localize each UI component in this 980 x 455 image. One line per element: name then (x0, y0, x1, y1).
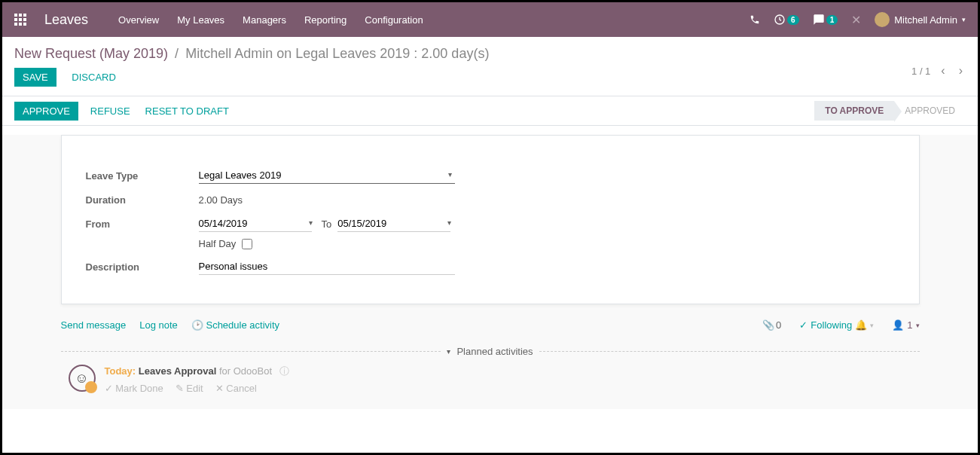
phone-icon[interactable] (750, 14, 760, 25)
check-icon: ✓ (799, 319, 808, 331)
nav-managers[interactable]: Managers (243, 14, 286, 26)
chatter: Send message Log note 🕑 Schedule activit… (61, 312, 920, 409)
duration-value: 2.00 Days (199, 192, 455, 208)
label-duration: Duration (86, 194, 199, 206)
status-stages: TO APPROVE APPROVED (814, 101, 966, 121)
top-navbar: Leaves Overview My Leaves Managers Repor… (2, 2, 978, 37)
approve-button[interactable]: APPROVE (14, 102, 78, 121)
stage-to-approve[interactable]: TO APPROVE (814, 101, 894, 121)
close-icon[interactable]: ✕ (851, 13, 861, 27)
log-note-button[interactable]: Log note (139, 319, 178, 331)
user-icon: 👤 (892, 319, 904, 331)
followers-button[interactable]: 👤 1 ▾ (892, 319, 919, 331)
activity-today: Today: (105, 365, 136, 377)
nav-configuration[interactable]: Configuration (365, 14, 423, 26)
chevron-down-icon: ▾ (916, 322, 920, 329)
discuss-icon[interactable]: 1 (813, 14, 838, 26)
description-input[interactable] (199, 258, 455, 275)
half-day-checkbox[interactable] (242, 239, 252, 249)
nav-links: Overview My Leaves Managers Reporting Co… (118, 14, 423, 26)
form-background: Leave Type Duration 2.00 Days From To Ha… (2, 135, 978, 409)
pager-prev-icon[interactable]: ‹ (938, 64, 948, 78)
reset-to-draft-button[interactable]: RESET TO DRAFT (138, 102, 237, 121)
edit-activity-button[interactable]: ✎ Edit (176, 383, 203, 394)
breadcrumb: New Request (May 2019) / Mitchell Admin … (14, 46, 489, 62)
label-to: To (322, 218, 332, 230)
activity-sub-icon (85, 381, 97, 393)
pager: 1 / 1 ‹ › (911, 64, 966, 78)
activity-title: Leaves Approval (139, 365, 217, 377)
from-date-input[interactable] (199, 215, 312, 232)
leave-type-input[interactable] (199, 167, 455, 184)
bell-icon: 🔔 (855, 319, 867, 331)
stage-approved[interactable]: APPROVED (894, 101, 966, 121)
status-bar: APPROVE REFUSE RESET TO DRAFT TO APPROVE… (2, 96, 978, 126)
attachments-button[interactable]: 📎 0 (762, 319, 781, 331)
info-icon[interactable]: ⓘ (279, 365, 289, 377)
planned-activities-header[interactable]: ▾ Planned activities (61, 346, 920, 357)
chevron-down-icon: ▾ (962, 16, 966, 23)
activity-face-icon: ☺ (69, 365, 96, 392)
mark-done-button[interactable]: ✓ Mark Done (105, 383, 163, 394)
label-leave-type: Leave Type (86, 170, 199, 182)
send-message-button[interactable]: Send message (61, 319, 127, 331)
apps-icon[interactable] (14, 14, 26, 26)
to-date-input[interactable] (337, 215, 450, 232)
discard-button[interactable]: DISCARD (63, 68, 124, 87)
cancel-activity-button[interactable]: ✕ Cancel (215, 383, 257, 394)
activity-for: for OdooBot (219, 365, 272, 377)
nav-right: 6 1 ✕ Mitchell Admin ▾ (750, 12, 966, 27)
paperclip-icon: 📎 (762, 319, 774, 331)
pager-next-icon[interactable]: › (956, 64, 966, 78)
breadcrumb-parent[interactable]: New Request (May 2019) (14, 46, 168, 61)
label-description: Description (86, 261, 199, 273)
form-sheet: Leave Type Duration 2.00 Days From To Ha… (61, 135, 920, 304)
following-button[interactable]: ✓ Following 🔔 ▾ (799, 319, 874, 331)
pager-text: 1 / 1 (911, 66, 930, 77)
user-name: Mitchell Admin (894, 14, 957, 26)
label-from: From (86, 218, 199, 230)
activity-icon[interactable]: 6 (774, 14, 799, 26)
clock-icon: 🕑 (191, 319, 203, 331)
activity-badge: 6 (787, 15, 799, 25)
refuse-button[interactable]: REFUSE (83, 102, 138, 121)
avatar (875, 12, 890, 27)
label-half-day: Half Day (199, 238, 237, 249)
nav-my-leaves[interactable]: My Leaves (177, 14, 224, 26)
schedule-activity-button[interactable]: 🕑 Schedule activity (191, 319, 279, 331)
save-button[interactable]: SAVE (14, 68, 56, 87)
control-bar: New Request (May 2019) / Mitchell Admin … (2, 37, 978, 96)
chevron-down-icon: ▾ (870, 322, 874, 329)
app-brand[interactable]: Leaves (44, 12, 88, 28)
user-menu[interactable]: Mitchell Admin ▾ (875, 12, 966, 27)
nav-overview[interactable]: Overview (118, 14, 159, 26)
nav-reporting[interactable]: Reporting (304, 14, 347, 26)
breadcrumb-current: Mitchell Admin on Legal Leaves 2019 : 2.… (185, 46, 489, 61)
discuss-badge: 1 (826, 15, 838, 25)
caret-down-icon: ▾ (447, 347, 450, 356)
activity-item: ☺ Today: Leaves Approval for OdooBot ⓘ ✓… (61, 365, 920, 394)
breadcrumb-separator: / (175, 46, 179, 61)
